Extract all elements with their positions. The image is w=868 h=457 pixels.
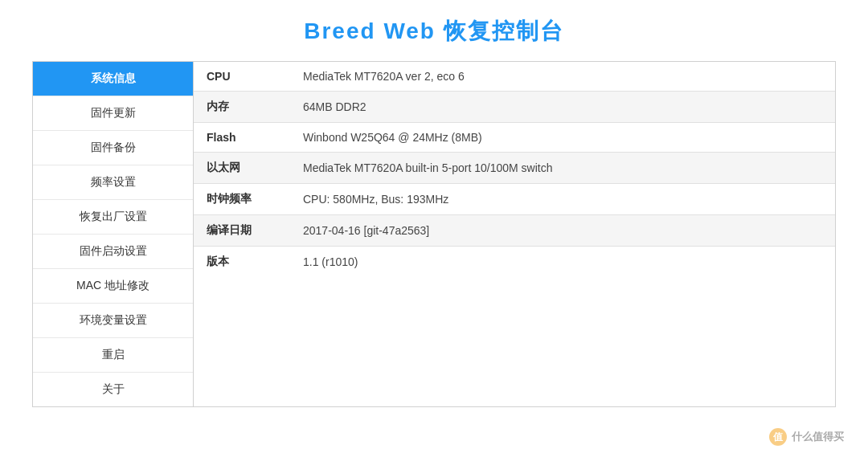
table-row: 以太网MediaTek MT7620A built-in 5-port 10/1…	[194, 153, 835, 184]
info-value-5: 2017-04-16 [git-47a2563]	[290, 215, 835, 247]
info-value-2: Winbond W25Q64 @ 24MHz (8MB)	[290, 123, 835, 153]
table-row: 版本1.1 (r1010)	[194, 247, 835, 278]
info-value-1: 64MB DDR2	[290, 92, 835, 123]
sidebar-item-2[interactable]: 固件备份	[33, 131, 193, 165]
sidebar-item-3[interactable]: 频率设置	[33, 165, 193, 200]
watermark-icon: 值	[769, 428, 787, 446]
sidebar-item-6[interactable]: MAC 地址修改	[33, 269, 193, 304]
content-area: CPUMediaTek MT7620A ver 2, eco 6内存64MB D…	[193, 61, 836, 407]
sidebar-item-0[interactable]: 系统信息	[33, 62, 193, 96]
info-value-3: MediaTek MT7620A built-in 5-port 10/100M…	[290, 153, 835, 184]
sidebar-item-5[interactable]: 固件启动设置	[33, 235, 193, 269]
info-label-6: 版本	[194, 247, 290, 278]
sidebar-item-1[interactable]: 固件更新	[33, 96, 193, 131]
info-label-1: 内存	[194, 92, 290, 123]
system-info-table: CPUMediaTek MT7620A ver 2, eco 6内存64MB D…	[194, 62, 835, 277]
sidebar: 系统信息固件更新固件备份频率设置恢复出厂设置固件启动设置MAC 地址修改环境变量…	[32, 61, 193, 407]
main-layout: 系统信息固件更新固件备份频率设置恢复出厂设置固件启动设置MAC 地址修改环境变量…	[0, 61, 868, 431]
table-row: 编译日期2017-04-16 [git-47a2563]	[194, 215, 835, 247]
info-label-3: 以太网	[194, 153, 290, 184]
info-value-4: CPU: 580MHz, Bus: 193MHz	[290, 184, 835, 215]
sidebar-item-7[interactable]: 环境变量设置	[33, 304, 193, 338]
info-label-4: 时钟频率	[194, 184, 290, 215]
info-label-0: CPU	[194, 62, 290, 92]
table-row: FlashWinbond W25Q64 @ 24MHz (8MB)	[194, 123, 835, 153]
table-row: 内存64MB DDR2	[194, 92, 835, 123]
sidebar-item-9[interactable]: 关于	[33, 373, 193, 406]
info-label-5: 编译日期	[194, 215, 290, 247]
watermark-text: 什么值得买	[792, 430, 844, 444]
table-row: 时钟频率CPU: 580MHz, Bus: 193MHz	[194, 184, 835, 215]
page-title: Breed Web 恢复控制台	[0, 0, 868, 61]
watermark: 值 什么值得买	[769, 428, 844, 446]
info-value-6: 1.1 (r1010)	[290, 247, 835, 278]
info-value-0: MediaTek MT7620A ver 2, eco 6	[290, 62, 835, 92]
info-label-2: Flash	[194, 123, 290, 153]
table-row: CPUMediaTek MT7620A ver 2, eco 6	[194, 62, 835, 92]
sidebar-item-8[interactable]: 重启	[33, 338, 193, 373]
sidebar-item-4[interactable]: 恢复出厂设置	[33, 200, 193, 235]
